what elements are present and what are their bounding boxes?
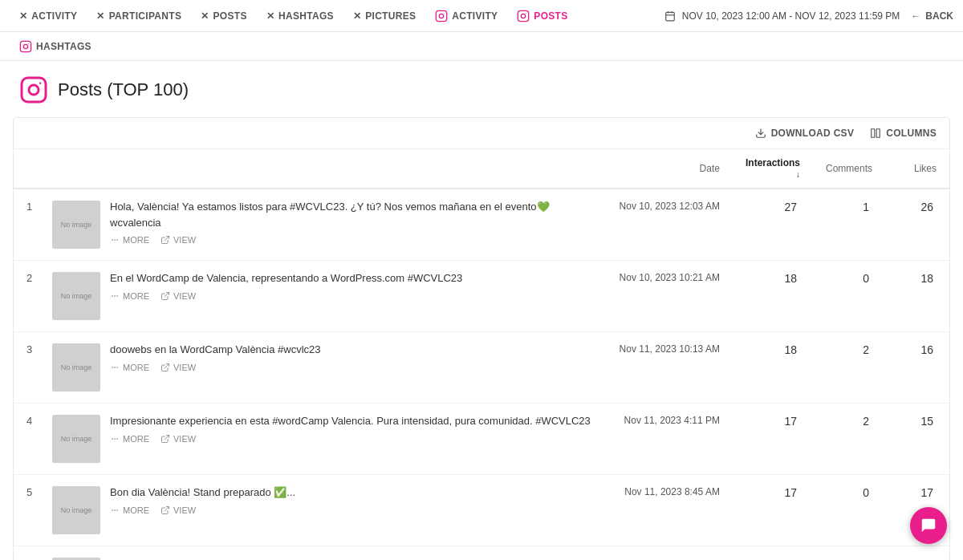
nav-label: POSTS xyxy=(213,10,247,22)
external-link-icon xyxy=(160,235,170,245)
nav-label: HASHTAGS xyxy=(278,10,334,22)
more-button[interactable]: MORE xyxy=(110,291,149,301)
instagram-icon xyxy=(517,10,530,22)
svg-line-38 xyxy=(165,506,169,511)
thumb-cell: No image xyxy=(46,404,107,475)
svg-point-23 xyxy=(115,295,116,296)
back-button[interactable]: ← BACK xyxy=(911,10,953,22)
svg-rect-0 xyxy=(437,10,447,21)
table-row: 4No imageImpresionante experiencia en es… xyxy=(14,404,949,475)
svg-point-36 xyxy=(112,509,113,510)
columns-label: COLUMNS xyxy=(886,128,937,139)
post-text: Bon dia València! Stand preparado ✅... xyxy=(110,485,591,501)
post-text: Hola, València! Ya estamos listos para #… xyxy=(110,199,591,230)
nav-ig-hashtags[interactable]: HASHTAGS xyxy=(10,30,101,63)
thumb-cell: No image xyxy=(46,546,107,561)
svg-point-28 xyxy=(112,367,113,367)
table-row: 3No imagedoowebs en la WordCamp València… xyxy=(14,332,949,404)
nav-tw-posts[interactable]: ✕ POSTS xyxy=(191,0,257,32)
page-header: Posts (TOP 100) xyxy=(0,61,963,117)
view-button[interactable]: VIEW xyxy=(160,291,196,301)
more-button[interactable]: MORE xyxy=(110,434,149,444)
columns-button[interactable]: COLUMNS xyxy=(870,128,937,139)
external-link-icon xyxy=(160,434,170,444)
view-button[interactable]: VIEW xyxy=(160,434,196,444)
table-row: 5No imageBon dia València! Stand prepara… xyxy=(14,475,949,546)
post-thumbnail: No image xyxy=(52,272,100,320)
thumb-cell: No image xyxy=(46,475,107,546)
svg-point-29 xyxy=(117,367,118,367)
interactions-cell: 18 xyxy=(733,261,813,332)
svg-point-2 xyxy=(444,13,445,14)
post-thumbnail: No image xyxy=(52,415,100,463)
nav-tw-activity[interactable]: ✕ ACTIVITY xyxy=(10,0,87,32)
content-cell: doowebs en la WordCamp València #wcvlc23… xyxy=(107,332,604,404)
date-cell xyxy=(604,546,733,561)
likes-cell: 26 xyxy=(885,189,949,261)
svg-point-15 xyxy=(39,83,41,84)
likes-cell xyxy=(885,546,949,561)
col-header-date: Date xyxy=(604,149,733,189)
col-header-interactions[interactable]: Interactions ↓ xyxy=(733,149,813,189)
download-csv-button[interactable]: DOWNLOAD CSV xyxy=(755,128,855,139)
view-button[interactable]: VIEW xyxy=(160,235,196,245)
nav-label: HASHTAGS xyxy=(36,41,91,52)
external-link-icon xyxy=(160,505,170,515)
svg-point-4 xyxy=(522,14,526,18)
post-thumbnail: No image xyxy=(52,343,100,392)
comments-cell: 0 xyxy=(813,261,885,332)
table-header-row: Date Interactions ↓ Comments Likes xyxy=(14,149,949,189)
rank-cell: 5 xyxy=(14,475,46,546)
svg-line-22 xyxy=(165,237,169,241)
nav-tw-participants[interactable]: ✕ PARTICIPANTS xyxy=(87,0,191,32)
interactions-cell: 17 xyxy=(733,475,813,546)
svg-rect-6 xyxy=(666,12,675,20)
more-icon xyxy=(110,363,120,372)
more-button[interactable]: MORE xyxy=(110,363,149,372)
svg-point-31 xyxy=(115,438,116,439)
twitter-x-icon: ✕ xyxy=(201,10,209,22)
svg-rect-13 xyxy=(22,78,46,102)
nav-label: PICTURES xyxy=(365,10,416,22)
content-cell: Bon dia València! Stand preparado ✅...MO… xyxy=(107,475,604,546)
more-icon xyxy=(110,434,120,444)
instagram-icon xyxy=(435,10,448,22)
view-button[interactable]: VIEW xyxy=(160,505,196,515)
date-cell: Nov 10, 2023 12:03 AM xyxy=(604,189,733,261)
external-link-icon xyxy=(160,363,170,372)
svg-point-12 xyxy=(28,43,29,43)
svg-point-1 xyxy=(440,14,444,18)
more-button[interactable]: MORE xyxy=(110,505,149,515)
content-cell: En el WordCamp de Valencia, representand… xyxy=(107,261,604,332)
content-cell: Pocas generan tantas satisfacciones como… xyxy=(107,546,604,561)
nav-tw-hashtags[interactable]: ✕ HASHTAGS xyxy=(257,0,343,32)
svg-point-11 xyxy=(23,44,27,48)
comments-cell: 1 xyxy=(813,189,885,261)
date-cell: Nov 11, 2023 4:11 PM xyxy=(604,404,733,475)
chat-bubble-button[interactable] xyxy=(910,507,947,544)
nav-label: PARTICIPANTS xyxy=(109,10,182,22)
nav-tw-pictures[interactable]: ✕ PICTURES xyxy=(343,0,425,32)
more-button[interactable]: MORE xyxy=(110,235,149,245)
view-button[interactable]: VIEW xyxy=(160,363,196,372)
likes-cell: 16 xyxy=(885,332,949,404)
date-cell: Nov 11, 2023 10:13 AM xyxy=(604,332,733,404)
nav-ig-posts[interactable]: POSTS xyxy=(507,0,577,32)
instagram-icon xyxy=(19,40,32,53)
date-cell: Nov 11, 2023 8:45 AM xyxy=(604,475,733,546)
more-icon xyxy=(110,235,120,245)
twitter-x-icon: ✕ xyxy=(19,10,27,22)
date-range: NOV 10, 2023 12:00 AM - NOV 12, 2023 11:… xyxy=(664,10,900,22)
top-nav: ✕ ACTIVITY ✕ PARTICIPANTS ✕ POSTS ✕ HASH… xyxy=(0,0,963,32)
rank-cell: 6 xyxy=(14,546,46,561)
svg-rect-18 xyxy=(876,129,880,138)
twitter-x-icon: ✕ xyxy=(353,10,361,22)
svg-line-30 xyxy=(165,363,169,368)
nav-label: ACTIVITY xyxy=(452,10,498,22)
table-row: 1No imageHola, València! Ya estamos list… xyxy=(14,189,949,261)
twitter-x-icon: ✕ xyxy=(266,10,274,22)
download-icon xyxy=(755,128,766,139)
table-row: 6No imagePocas generan tantas satisfacci… xyxy=(14,546,949,561)
nav-ig-activity[interactable]: ACTIVITY xyxy=(425,0,507,32)
back-label: BACK xyxy=(925,10,953,22)
